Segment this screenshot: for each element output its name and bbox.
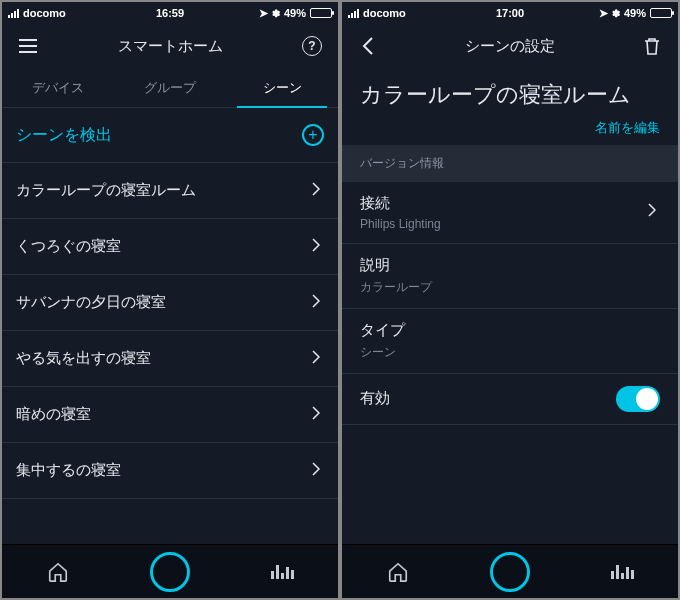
detect-scenes-row[interactable]: シーンを検出 + — [2, 108, 338, 163]
connection-value: Philips Lighting — [360, 217, 441, 231]
scene-row[interactable]: 暗めの寝室 — [2, 387, 338, 443]
row-description: 説明 カラーループ — [342, 244, 678, 309]
description-key: 説明 — [360, 256, 432, 275]
scene-row[interactable]: サバンナの夕日の寝室 — [2, 275, 338, 331]
signal-icon — [8, 9, 19, 18]
scene-label: 暗めの寝室 — [16, 405, 91, 424]
home-icon — [47, 561, 69, 583]
tab-devices[interactable]: デバイス — [2, 68, 114, 107]
edit-name-link[interactable]: 名前を編集 — [360, 119, 660, 137]
scene-detail-title: カラーループの寝室ルーム — [360, 80, 660, 111]
battery-icon — [310, 8, 332, 18]
page-title: スマートホーム — [42, 37, 298, 56]
scene-row[interactable]: くつろぐの寝室 — [2, 219, 338, 275]
phone-right: docomo 17:00 ➤ ✽ 49% シーンの設定 カラーループの寝室ルーム… — [342, 2, 678, 598]
section-version-info: バージョン情報 — [342, 145, 678, 182]
bottom-tabbar — [2, 544, 338, 598]
location-icon: ➤ — [259, 7, 268, 20]
chevron-right-icon — [312, 182, 324, 199]
status-bar: docomo 16:59 ➤ ✽ 49% — [2, 2, 338, 24]
carrier-label: docomo — [363, 7, 406, 19]
alexa-ring-icon — [150, 552, 190, 592]
type-key: タイプ — [360, 321, 405, 340]
connection-key: 接続 — [360, 194, 441, 213]
scene-list: カラーループの寝室ルーム くつろぐの寝室 サバンナの夕日の寝室 やる気を出すの寝… — [2, 163, 338, 544]
menu-button[interactable] — [14, 32, 42, 60]
status-bar: docomo 17:00 ➤ ✽ 49% — [342, 2, 678, 24]
bluetooth-icon: ✽ — [612, 8, 620, 19]
back-button[interactable] — [354, 32, 382, 60]
scene-row[interactable]: カラーループの寝室ルーム — [2, 163, 338, 219]
home-icon — [387, 561, 409, 583]
tab-activity[interactable] — [602, 552, 642, 592]
help-button[interactable]: ? — [298, 32, 326, 60]
scene-label: カラーループの寝室ルーム — [16, 181, 196, 200]
bottom-tabbar — [342, 544, 678, 598]
tab-scenes[interactable]: シーン — [226, 68, 338, 107]
battery-icon — [650, 8, 672, 18]
scene-label: やる気を出すの寝室 — [16, 349, 151, 368]
chevron-right-icon — [312, 238, 324, 255]
chevron-right-icon — [312, 406, 324, 423]
description-value: カラーループ — [360, 279, 432, 296]
row-type: タイプ シーン — [342, 309, 678, 374]
chevron-left-icon — [361, 36, 375, 56]
tab-activity[interactable] — [262, 552, 302, 592]
tab-alexa[interactable] — [150, 552, 190, 592]
scene-label: 集中するの寝室 — [16, 461, 121, 480]
tab-home[interactable] — [378, 552, 418, 592]
battery-pct: 49% — [624, 7, 646, 19]
battery-pct: 49% — [284, 7, 306, 19]
enabled-key: 有効 — [360, 389, 390, 408]
detail-header: カラーループの寝室ルーム 名前を編集 — [342, 68, 678, 145]
detect-scenes-label: シーンを検出 — [16, 125, 112, 146]
hamburger-icon — [19, 39, 37, 53]
chevron-right-icon — [312, 462, 324, 479]
page-title: シーンの設定 — [382, 37, 638, 56]
tab-alexa[interactable] — [490, 552, 530, 592]
add-icon: + — [302, 124, 324, 146]
carrier-label: docomo — [23, 7, 66, 19]
scene-label: サバンナの夕日の寝室 — [16, 293, 166, 312]
equalizer-icon — [271, 565, 294, 579]
row-enabled: 有効 — [342, 374, 678, 425]
tab-groups[interactable]: グループ — [114, 68, 226, 107]
navbar: シーンの設定 — [342, 24, 678, 68]
tab-home[interactable] — [38, 552, 78, 592]
scene-row[interactable]: 集中するの寝室 — [2, 443, 338, 499]
row-connection[interactable]: 接続 Philips Lighting — [342, 182, 678, 244]
type-value: シーン — [360, 344, 405, 361]
location-icon: ➤ — [599, 7, 608, 20]
chevron-right-icon — [648, 203, 660, 221]
navbar: スマートホーム ? — [2, 24, 338, 68]
phone-left: docomo 16:59 ➤ ✽ 49% スマートホーム ? デバイス グループ… — [2, 2, 338, 598]
enabled-toggle[interactable] — [616, 386, 660, 412]
equalizer-icon — [611, 565, 634, 579]
signal-icon — [348, 9, 359, 18]
trash-icon — [643, 36, 661, 56]
scene-label: くつろぐの寝室 — [16, 237, 121, 256]
chevron-right-icon — [312, 350, 324, 367]
scene-row[interactable]: やる気を出すの寝室 — [2, 331, 338, 387]
chevron-right-icon — [312, 294, 324, 311]
alexa-ring-icon — [490, 552, 530, 592]
segment-tabs: デバイス グループ シーン — [2, 68, 338, 108]
delete-button[interactable] — [638, 32, 666, 60]
help-icon: ? — [302, 36, 322, 56]
bluetooth-icon: ✽ — [272, 8, 280, 19]
